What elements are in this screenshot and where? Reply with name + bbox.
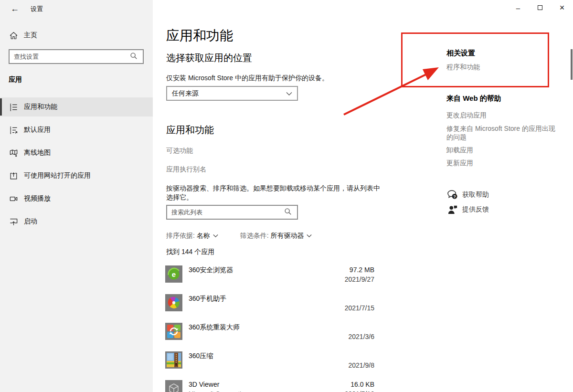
app-name: 360手机助手 xyxy=(189,295,226,303)
sidebar-item-default-apps[interactable]: 默认应用 xyxy=(0,120,153,139)
minimize-button[interactable]: – xyxy=(507,0,529,15)
search-icon[interactable] xyxy=(129,52,140,62)
sidebar-section-apps: 应用 xyxy=(9,75,22,84)
3d-viewer-app-icon xyxy=(165,380,182,392)
360-system-reinstall-app-icon xyxy=(165,323,182,340)
sidebar-item-label: 离线地图 xyxy=(24,148,51,157)
app-source-dropdown[interactable]: 任何来源 xyxy=(166,86,298,101)
settings-window: ← 设置 主页 应用 应用和功能 默认应用 xyxy=(0,0,573,392)
sidebar-item-label: 应用和功能 xyxy=(24,103,57,111)
app-list-item[interactable]: 360系统重装大师 2021/3/6 xyxy=(162,323,378,350)
sidebar-item-apps-features[interactable]: 应用和功能 xyxy=(0,97,153,117)
main-content: 应用和功能 选择获取应用的位置 仅安装 Microsoft Store 中的应用… xyxy=(162,0,382,392)
app-name: 360系统重装大师 xyxy=(189,323,240,332)
annotation-highlight-box xyxy=(401,32,549,87)
app-size: 97.2 MB xyxy=(350,266,374,274)
app-list-item[interactable]: 360压缩 2021/9/8 xyxy=(162,351,378,378)
sidebar-item-label: 默认应用 xyxy=(24,126,51,134)
choose-apps-heading: 选择获取应用的位置 xyxy=(166,52,252,64)
app-list-item[interactable]: 3D Viewer Microsoft Corporation 16.0 KB … xyxy=(162,380,378,392)
settings-search-input[interactable] xyxy=(10,53,129,60)
back-arrow-icon: ← xyxy=(11,4,19,14)
get-help-icon: ? xyxy=(447,190,458,200)
app-source-dropdown-value: 任何来源 xyxy=(167,89,286,98)
programs-and-features-link[interactable]: 程序和功能 xyxy=(446,63,557,71)
app-date: 2021/3/6 xyxy=(349,333,375,340)
vertical-scrollbar-thumb[interactable] xyxy=(571,49,573,80)
change-startup-apps-link[interactable]: 更改启动应用 xyxy=(446,111,557,119)
choose-apps-description: 仅安装 Microsoft Store 中的应用有助于保护你的设备。 xyxy=(166,74,329,83)
svg-text:e: e xyxy=(172,270,176,278)
app-execution-aliases-link[interactable]: 应用执行别名 xyxy=(166,165,206,174)
back-button[interactable]: ← xyxy=(6,2,24,15)
search-sort-description: 按驱动器搜索、排序和筛选。如果想要卸载或移动某个应用，请从列表中选择它。 xyxy=(166,184,382,202)
apps-for-websites-icon xyxy=(9,171,18,180)
chevron-down-icon xyxy=(307,234,312,238)
search-icon[interactable] xyxy=(284,207,294,218)
app-list-search-input[interactable] xyxy=(167,209,284,216)
sidebar-item-apps-for-websites[interactable]: 可使用网站打开的应用 xyxy=(0,166,153,185)
optional-features-link[interactable]: 可选功能 xyxy=(166,147,193,155)
give-feedback-label: 提供反馈 xyxy=(462,205,489,214)
settings-search-box xyxy=(9,49,144,64)
sidebar-item-label: 启动 xyxy=(24,217,37,226)
related-settings-title: 相关设置 xyxy=(446,49,475,58)
chevron-down-icon xyxy=(213,234,218,238)
maximize-button[interactable] xyxy=(529,0,551,15)
default-apps-icon xyxy=(9,125,18,135)
update-apps-link[interactable]: 更新应用 xyxy=(446,159,557,167)
sort-filter-row: 排序依据: 名称 筛选条件: 所有驱动器 xyxy=(166,232,312,240)
app-date: 2021/7/15 xyxy=(345,304,374,312)
sidebar-item-label: 视频播放 xyxy=(24,194,51,203)
sidebar-item-startup[interactable]: 启动 xyxy=(0,212,153,231)
home-icon xyxy=(9,31,18,40)
app-name: 3D Viewer xyxy=(189,381,219,388)
filter-by-dropdown[interactable]: 所有驱动器 xyxy=(270,232,312,239)
app-size: 16.0 KB xyxy=(350,381,374,388)
filter-by-label: 筛选条件: xyxy=(240,232,269,239)
apps-features-icon xyxy=(9,102,18,112)
get-help-label: 获取帮助 xyxy=(462,191,489,199)
video-playback-icon xyxy=(9,194,18,203)
sidebar: ← 设置 主页 应用 应用和功能 默认应用 xyxy=(0,0,153,392)
app-list-search-box xyxy=(166,205,298,220)
app-name: 360压缩 xyxy=(189,352,213,360)
get-help-link[interactable]: ? 获取帮助 xyxy=(446,189,489,201)
app-date: 2021/5/12 xyxy=(345,390,374,392)
offline-maps-icon xyxy=(9,148,18,158)
web-help-title: 来自 Web 的帮助 xyxy=(446,94,501,103)
close-button[interactable]: × xyxy=(551,0,573,15)
app-name: 360安全浏览器 xyxy=(189,266,233,275)
window-title: 设置 xyxy=(31,5,43,13)
sort-by-label: 排序依据: xyxy=(166,232,195,239)
give-feedback-link[interactable]: 提供反馈 xyxy=(446,204,489,215)
chevron-down-icon xyxy=(286,89,292,98)
sidebar-item-offline-maps[interactable]: 离线地图 xyxy=(0,143,153,162)
page-title: 应用和功能 xyxy=(166,27,233,45)
window-controls: – × xyxy=(507,0,573,15)
apps-found-count: 找到 144 个应用 xyxy=(166,248,214,256)
app-publisher: Microsoft Corporation xyxy=(189,390,248,392)
apps-features-section-title: 应用和功能 xyxy=(166,124,214,137)
360-zip-app-icon xyxy=(165,351,182,369)
fix-store-apps-link[interactable]: 修复来自 Microsoft Store 的应用出现的问题 xyxy=(446,124,557,141)
sidebar-item-home[interactable]: 主页 xyxy=(0,26,153,45)
app-date: 2021/9/27 xyxy=(345,275,374,283)
minimize-icon: – xyxy=(516,4,520,12)
feedback-person-icon xyxy=(447,205,458,214)
svg-text:?: ? xyxy=(453,194,456,199)
uninstall-apps-link[interactable]: 卸载应用 xyxy=(446,146,557,154)
sort-by-dropdown[interactable]: 名称 xyxy=(197,232,218,239)
close-icon: × xyxy=(560,3,565,13)
sidebar-item-label: 主页 xyxy=(24,31,37,40)
app-date: 2021/9/8 xyxy=(349,361,375,369)
maximize-icon xyxy=(538,5,542,10)
app-list-item[interactable]: 360手机助手 2021/7/15 xyxy=(162,294,378,321)
startup-icon xyxy=(9,217,18,226)
360-browser-app-icon: e xyxy=(165,265,182,283)
app-list-item[interactable]: e 360安全浏览器 97.2 MB 2021/9/27 xyxy=(162,265,378,292)
360-phone-assistant-app-icon xyxy=(165,294,182,311)
sidebar-item-video-playback[interactable]: 视频播放 xyxy=(0,189,153,208)
sidebar-item-label: 可使用网站打开的应用 xyxy=(24,171,91,180)
